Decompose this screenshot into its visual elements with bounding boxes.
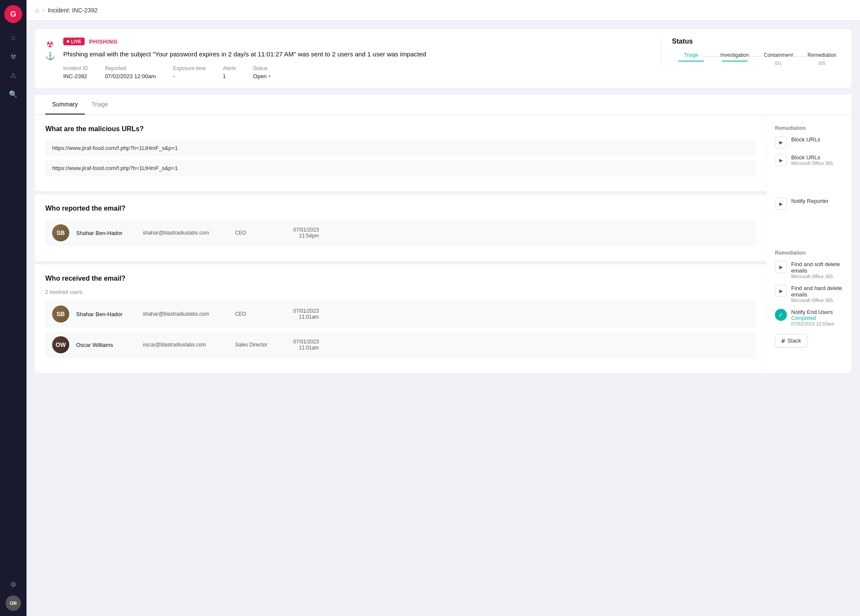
block-urls-2-icon[interactable]: ▶ (775, 154, 787, 166)
content-wrapper: Summary Triage What are the malicious UR… (35, 95, 851, 373)
breadcrumb-chevron: › (43, 7, 44, 13)
notify-end-users-status: Completed (791, 315, 834, 321)
exposure-meta: Exposure time - (173, 65, 206, 79)
receiver-row-2: OW Oscar Williams oscar@blastradiuslabs.… (45, 331, 756, 358)
reported-value: 07/02/2023 12:00am (105, 73, 156, 79)
block-urls-1-text[interactable]: Block URLs (791, 136, 820, 143)
spacer-1 (775, 172, 843, 198)
step-triage-label: Triage (684, 52, 698, 61)
hard-delete-icon[interactable]: ▶ (775, 285, 787, 297)
exposure-value: - (173, 73, 206, 79)
hazard-icon[interactable]: ☢ (6, 49, 21, 64)
breadcrumb-title: Incident: INC-2392 (48, 7, 98, 14)
status-panel-title: Status (672, 38, 841, 45)
remediation-block-urls-2: ▶ Block URLs Microsoft Office 365 (775, 154, 843, 166)
step-containment-count: 0/1 (775, 61, 781, 66)
app-logo[interactable]: G (4, 5, 22, 23)
remediation-sidebar: Remediation ▶ Block URLs ▶ Block URLs Mi… (766, 115, 851, 373)
url-item-1: https://www.jiraf-food.com/f.php?h=1LtHm… (45, 140, 756, 156)
receiver-1-avatar: SB (52, 305, 69, 323)
reporter-row: SB Shahar Ben-Hador shahar@blastradiusla… (45, 219, 756, 246)
received-section: Who received the email? 2 involved users… (35, 264, 766, 372)
incident-meta: Incident ID INC-2392 Reported 07/02/2023… (63, 65, 653, 79)
status-meta: Status Open ▾ (253, 65, 271, 79)
settings-icon[interactable]: ⚙ (6, 577, 21, 592)
reported-section: Who reported the email? SB Shahar Ben-Ha… (35, 194, 766, 260)
block-urls-2-sub: Microsoft Office 365 (791, 161, 833, 166)
topbar: ⌂ › Incident: INC-2392 (27, 0, 860, 21)
received-subtitle: 2 involved users (45, 289, 756, 295)
remediation-label-received: Remediation (775, 250, 843, 256)
receiver-2-time: 07/01/2023 11:01am (293, 339, 319, 351)
reported-title: Who reported the email? (45, 205, 756, 212)
incident-id-value: INC-2392 (63, 73, 88, 79)
home-icon[interactable]: ⌂ (6, 30, 21, 45)
tab-triage[interactable]: Triage (85, 95, 115, 114)
incident-title: Phishing email with the subject "Your pa… (63, 50, 653, 59)
status-label: Status (253, 65, 271, 71)
remediation-soft-delete: ▶ Find and soft delete emails Microsoft … (775, 261, 843, 279)
remediation-label-urls: Remediation (775, 125, 843, 131)
reporter-avatar: SB (52, 224, 69, 241)
receiver-2-name: Oscar Williams (76, 342, 136, 348)
live-badge: LIVE (63, 38, 85, 45)
step-containment-label: Containment (764, 52, 793, 61)
block-urls-1-icon[interactable]: ▶ (775, 136, 787, 148)
notify-reporter-icon[interactable]: ▶ (775, 198, 787, 210)
soft-delete-sub: Microsoft Office 365 (791, 274, 843, 279)
received-title: Who received the email? (45, 275, 756, 282)
malicious-urls-section: What are the malicious URLs? https://www… (35, 115, 766, 190)
alerts-meta: Alerts 1 (223, 65, 236, 79)
receiver-2-role: Sales Director (235, 342, 286, 348)
status-dropdown[interactable]: Open ▾ (253, 73, 271, 79)
step-investigation[interactable]: Investigation (716, 52, 754, 66)
receiver-1-email: shahar@blastradiuslabs.com (143, 311, 228, 317)
reported-label: Reported (105, 65, 156, 71)
reporter-time: 07/01/2023 11:54pm (293, 227, 319, 239)
tab-content: What are the malicious URLs? https://www… (35, 115, 851, 373)
incident-info: LIVE PHISHING Phishing email with the su… (63, 38, 653, 79)
reported-meta: Reported 07/02/2023 12:00am (105, 65, 156, 79)
incident-id-meta: Incident ID INC-2392 (63, 65, 88, 79)
anchor-icon: ⚓ (45, 51, 55, 61)
block-urls-2-text[interactable]: Block URLs (791, 154, 833, 161)
malicious-urls-title: What are the malicious URLs? (45, 125, 756, 133)
step-investigation-underline (722, 61, 748, 62)
step-triage[interactable]: Triage (672, 52, 710, 66)
phishing-label: PHISHING (89, 38, 118, 45)
alerts-label: Alerts (223, 65, 236, 71)
notify-reporter-text[interactable]: Notify Reporter (791, 198, 828, 204)
step-remediation[interactable]: Remediation 0/5 (803, 52, 841, 66)
home-button[interactable]: ⌂ (35, 6, 39, 14)
spacer-2 (775, 216, 843, 250)
sidebar-bottom: ⚙ OR (6, 577, 21, 611)
page-content: ☢ ⚓ LIVE PHISHING Phishing email with th… (27, 21, 860, 616)
exposure-label: Exposure time (173, 65, 206, 71)
hard-delete-text[interactable]: Find and hard delete emails (791, 285, 843, 298)
slack-icon: # (781, 337, 785, 344)
hard-delete-sub: Microsoft Office 365 (791, 298, 843, 303)
reporter-role: CEO (235, 230, 286, 236)
receiver-2-avatar: OW (52, 336, 69, 353)
remediation-hard-delete: ▶ Find and hard delete emails Microsoft … (775, 285, 843, 303)
notify-end-users-item: ✓ Notify End Users Completed 07/02/2023 … (775, 309, 843, 326)
hazmat-icon: ☢ (46, 39, 54, 50)
remediation-notify-reporter: ▶ Notify Reporter (775, 198, 843, 210)
reporter-email: shahar@blastradiuslabs.com (143, 230, 228, 236)
warning-icon[interactable]: ⚠ (6, 67, 21, 83)
soft-delete-text[interactable]: Find and soft delete emails (791, 261, 843, 274)
tab-summary[interactable]: Summary (45, 95, 85, 114)
user-avatar[interactable]: OR (6, 595, 21, 611)
slack-button[interactable]: # Slack (775, 334, 807, 347)
receiver-1-name: Shahar Ben-Hador (76, 311, 136, 317)
receiver-row-1: SB Shahar Ben-Hador shahar@blastradiusla… (45, 300, 756, 328)
search-icon[interactable]: 🔍 (6, 86, 21, 102)
url-item-2: https://www.jiraf-food.com/f.php?h=1LtHm… (45, 160, 756, 176)
soft-delete-icon[interactable]: ▶ (775, 261, 787, 273)
step-remediation-count: 0/5 (819, 61, 825, 66)
notify-end-users-time: 07/02/2023 12:03am (791, 321, 834, 326)
step-remediation-label: Remediation (807, 52, 836, 61)
receiver-2-email: oscar@blastradiuslabs.com (143, 342, 228, 348)
step-containment[interactable]: Containment 0/1 (759, 52, 798, 66)
incident-header: ☢ ⚓ LIVE PHISHING Phishing email with th… (35, 29, 851, 88)
